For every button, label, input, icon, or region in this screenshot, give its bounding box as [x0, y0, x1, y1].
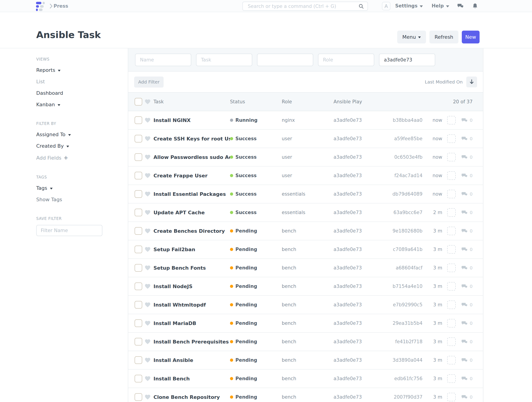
- assign-placeholder[interactable]: [447, 208, 456, 217]
- row-checkbox[interactable]: [135, 393, 142, 401]
- row-checkbox[interactable]: [135, 282, 142, 290]
- task-name-link[interactable]: Install Bench: [153, 376, 230, 382]
- heart-icon[interactable]: [145, 135, 151, 142]
- comment-count-group[interactable]: 0: [461, 394, 473, 400]
- comment-count-group[interactable]: 0: [461, 301, 473, 308]
- task-name-link[interactable]: Install NodeJS: [153, 284, 230, 289]
- sidebar-item-show-tags[interactable]: Show Tags: [36, 197, 104, 202]
- row-checkbox[interactable]: [135, 246, 142, 253]
- assign-placeholder[interactable]: [447, 374, 456, 383]
- heart-icon[interactable]: [145, 357, 151, 363]
- sidebar-item-list[interactable]: List: [36, 79, 104, 84]
- bell-icon[interactable]: [472, 3, 478, 9]
- comment-count-group[interactable]: 0: [461, 357, 473, 364]
- row-checkbox[interactable]: [135, 190, 142, 198]
- comment-count-group[interactable]: 0: [461, 264, 473, 271]
- heart-icon[interactable]: [145, 209, 151, 216]
- comment-count-group[interactable]: 0: [461, 135, 473, 142]
- sort-field-label[interactable]: Last Modified On: [425, 79, 463, 85]
- filter-input-name[interactable]: [135, 54, 191, 66]
- new-button[interactable]: New: [462, 31, 480, 44]
- task-name-link[interactable]: Install Ansible: [153, 357, 230, 363]
- row-checkbox[interactable]: [135, 153, 142, 161]
- row-checkbox[interactable]: [135, 264, 142, 272]
- heart-icon[interactable]: [145, 191, 151, 197]
- heart-icon[interactable]: [145, 172, 151, 179]
- assign-placeholder[interactable]: [447, 300, 456, 309]
- sidebar-item-assigned-to[interactable]: Assigned To: [36, 132, 104, 137]
- heart-icon[interactable]: [145, 320, 151, 326]
- table-row[interactable]: Install MariaDB Pending bench a3adfe0e73…: [128, 314, 483, 333]
- assign-placeholder[interactable]: [447, 319, 456, 327]
- sidebar-item-add-fields[interactable]: Add Fields+: [36, 155, 104, 161]
- table-row[interactable]: Install Essential Packages Success essen…: [128, 185, 483, 204]
- table-row[interactable]: Install Bench Pending bench a3adfe0e73 e…: [128, 370, 483, 388]
- filter-input-task[interactable]: [196, 54, 252, 66]
- comment-count-group[interactable]: 0: [461, 154, 473, 160]
- table-row[interactable]: Install Whtmltopdf Pending bench a3adfe0…: [128, 296, 483, 314]
- comment-count-group[interactable]: 0: [461, 246, 473, 253]
- avatar[interactable]: A: [382, 2, 390, 10]
- sidebar-item-dashboard[interactable]: Dashboard: [36, 90, 104, 96]
- task-name-link[interactable]: Install Bench Prerequisites: [153, 339, 230, 345]
- task-name-link[interactable]: Update APT Cache: [153, 210, 230, 215]
- task-name-link[interactable]: Clone Bench Repository: [153, 394, 230, 400]
- table-row[interactable]: Install Ansible Pending bench a3adfe0e73…: [128, 351, 483, 370]
- filter-input-ansible-play[interactable]: [379, 54, 435, 66]
- table-row[interactable]: Create Benches Directory Pending bench a…: [128, 222, 483, 240]
- sidebar-item-reports[interactable]: Reports: [36, 67, 104, 73]
- comment-count-group[interactable]: 0: [461, 172, 473, 179]
- row-checkbox[interactable]: [135, 301, 142, 309]
- app-logo-icon[interactable]: [36, 2, 45, 11]
- row-checkbox[interactable]: [135, 319, 142, 327]
- task-name-link[interactable]: Install Essential Packages: [153, 191, 230, 197]
- comment-count-group[interactable]: 0: [461, 117, 473, 124]
- row-checkbox[interactable]: [135, 227, 142, 235]
- heart-icon[interactable]: [145, 302, 151, 308]
- row-checkbox[interactable]: [135, 209, 142, 216]
- row-checkbox[interactable]: [135, 356, 142, 364]
- assign-placeholder[interactable]: [447, 190, 456, 198]
- comment-count-group[interactable]: 0: [461, 209, 473, 216]
- sort-direction-button[interactable]: [466, 77, 477, 87]
- heart-icon[interactable]: [145, 99, 151, 105]
- task-name-link[interactable]: Install MariaDB: [153, 320, 230, 326]
- filter-name-input[interactable]: [36, 225, 102, 236]
- filter-input-status[interactable]: [257, 54, 313, 66]
- assign-placeholder[interactable]: [447, 337, 456, 346]
- assign-placeholder[interactable]: [447, 171, 456, 180]
- row-checkbox[interactable]: [135, 375, 142, 383]
- assign-placeholder[interactable]: [447, 134, 456, 143]
- task-name-link[interactable]: Install NGINX: [153, 117, 230, 123]
- settings-menu[interactable]: Settings: [395, 3, 423, 9]
- menu-button[interactable]: Menu: [397, 31, 426, 44]
- comment-count-group[interactable]: 0: [461, 283, 473, 290]
- task-name-link[interactable]: Setup Bench Fonts: [153, 265, 230, 271]
- table-row[interactable]: Clone Bench Repository Pending bench a3a…: [128, 388, 483, 402]
- table-row[interactable]: Setup Fail2ban Pending bench a3adfe0e73 …: [128, 240, 483, 259]
- row-checkbox[interactable]: [135, 172, 142, 179]
- sidebar-item-tags[interactable]: Tags: [36, 185, 104, 191]
- row-checkbox[interactable]: [135, 338, 142, 345]
- heart-icon[interactable]: [145, 246, 151, 253]
- table-row[interactable]: Install NGINX Running nginx a3adfe0e73 b…: [128, 111, 483, 130]
- table-row[interactable]: Create Frappe User Success user a3adfe0e…: [128, 166, 483, 185]
- row-checkbox[interactable]: [135, 135, 142, 142]
- add-filter-button[interactable]: Add Filter: [134, 77, 164, 88]
- chat-icon[interactable]: [457, 3, 464, 9]
- table-row[interactable]: Allow Passwordless sudo Ac Success user …: [128, 148, 483, 166]
- assign-placeholder[interactable]: [447, 116, 456, 124]
- task-name-link[interactable]: Create SSH Keys for root Us: [153, 136, 230, 141]
- refresh-button[interactable]: Refresh: [429, 31, 458, 44]
- assign-placeholder[interactable]: [447, 356, 456, 364]
- assign-placeholder[interactable]: [447, 227, 456, 235]
- task-name-link[interactable]: Create Benches Directory: [153, 228, 230, 234]
- heart-icon[interactable]: [145, 117, 151, 123]
- breadcrumb[interactable]: Press: [54, 3, 68, 9]
- filter-input-role[interactable]: [318, 54, 374, 66]
- task-name-link[interactable]: Create Frappe User: [153, 173, 230, 179]
- comment-count-group[interactable]: 0: [461, 338, 473, 345]
- table-row[interactable]: Setup Bench Fonts Pending bench a3adfe0e…: [128, 259, 483, 277]
- comment-count-group[interactable]: 0: [461, 228, 473, 234]
- task-name-link[interactable]: Allow Passwordless sudo Ac: [153, 154, 230, 160]
